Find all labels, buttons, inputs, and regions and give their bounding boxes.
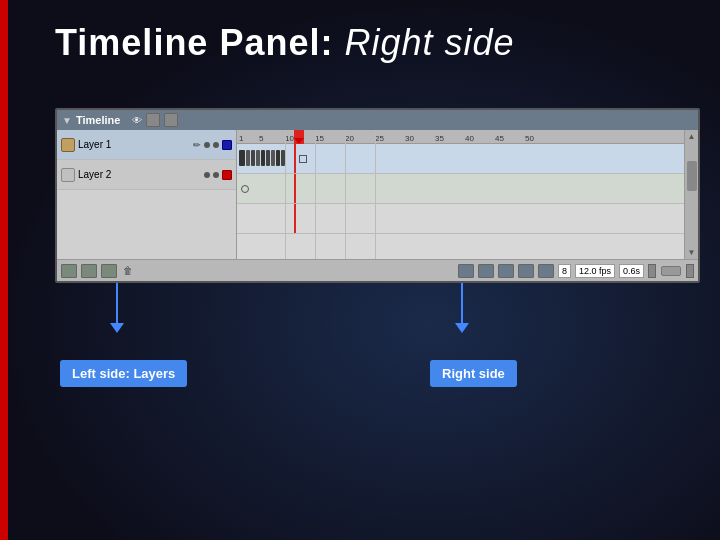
kf-block-3 [251, 150, 255, 166]
layer-2-row[interactable]: Layer 2 [57, 160, 236, 190]
playhead-line-row1 [294, 144, 296, 173]
layers-panel: Layer 1 ✏ Layer 2 [57, 130, 237, 259]
left-label: Left side: Layers [60, 360, 187, 387]
timeline-bottom-bar: 🗑 8 12.0 fps 0.6s [57, 259, 698, 281]
ruler-35: 35 [435, 134, 444, 143]
layer-1-color-box [222, 140, 232, 150]
eye-icon[interactable]: 👁 [132, 115, 142, 126]
ruler-45: 45 [495, 134, 504, 143]
trash-icon[interactable]: 🗑 [123, 265, 133, 276]
timeline-body: Layer 1 ✏ Layer 2 1 5 10 15 [57, 130, 698, 259]
layer-2-icon [61, 168, 75, 182]
layer-1-icon [61, 138, 75, 152]
ruler-15: 15 [315, 134, 324, 143]
kf-block-7 [271, 150, 275, 166]
timeline-panel: ▼ Timeline 👁 Layer 1 ✏ Layer 2 [55, 108, 700, 283]
right-arrow-connector [455, 283, 469, 333]
grid-line-25 [375, 130, 376, 259]
blank-keyframe [299, 155, 307, 163]
grid-line-10 [285, 130, 286, 259]
left-arrow-head [110, 323, 124, 333]
empty-frame-row-3 [237, 204, 684, 234]
frame-number-display: 8 [558, 264, 571, 278]
ruler-10: 10 [285, 134, 294, 143]
title-italic: Right side [344, 22, 514, 63]
grid-line-15 [315, 130, 316, 259]
ruler-25: 25 [375, 134, 384, 143]
layer-2-frames[interactable] [237, 174, 684, 204]
kf-block-1 [239, 150, 245, 166]
ruler-50: 50 [525, 134, 534, 143]
lock-icon[interactable] [146, 113, 160, 127]
keyframe-sequence [239, 150, 285, 166]
play-icon[interactable] [498, 264, 514, 278]
scrollbar-thumb[interactable] [687, 161, 697, 191]
layer-1-name: Layer 1 [78, 139, 190, 150]
collapse-arrow[interactable]: ▼ [62, 115, 72, 126]
scroll-right-arrow[interactable] [686, 264, 694, 278]
layer-2-name: Layer 2 [78, 169, 201, 180]
time-display: 0.6s [619, 264, 644, 278]
move-up-icon[interactable] [101, 264, 117, 278]
pencil-icon[interactable]: ✏ [193, 140, 201, 150]
playhead-line-row2 [294, 174, 296, 203]
frames-panel[interactable]: 1 5 10 15 20 25 30 35 40 45 50 [237, 130, 684, 259]
next-frame-icon[interactable] [518, 264, 534, 278]
scroll-up-arrow[interactable]: ▲ [688, 132, 696, 141]
kf-block-5 [261, 150, 265, 166]
layer-2-vis-dot[interactable] [204, 172, 210, 178]
layer-1-row[interactable]: Layer 1 ✏ [57, 130, 236, 160]
kf-block-8 [276, 150, 280, 166]
vertical-scrollbar[interactable]: ▲ ▼ [684, 130, 698, 259]
kf-block-6 [266, 150, 270, 166]
layer-2-lock-dot[interactable] [213, 172, 219, 178]
left-arrow-connector [110, 283, 124, 333]
grid-line-20 [345, 130, 346, 259]
kf-block-4 [256, 150, 260, 166]
ruler: 1 5 10 15 20 25 30 35 40 45 50 [237, 130, 684, 144]
timeline-title: Timeline [76, 114, 120, 126]
playhead-top-marker [294, 130, 304, 144]
scroll-left-arrow[interactable] [648, 264, 656, 278]
h-scrollbar-thumb[interactable] [661, 266, 681, 276]
playhead-line-row3 [294, 204, 296, 233]
first-frame-icon[interactable] [458, 264, 474, 278]
layer-2-color-box [222, 170, 232, 180]
layer-1-lock-dot[interactable] [213, 142, 219, 148]
add-layer-icon[interactable] [61, 264, 77, 278]
ruler-5: 5 [259, 134, 263, 143]
delete-layer-icon[interactable] [81, 264, 97, 278]
right-arrow-head [455, 323, 469, 333]
left-accent-bar [0, 0, 8, 540]
timeline-header: ▼ Timeline 👁 [57, 110, 698, 130]
prev-frame-icon[interactable] [478, 264, 494, 278]
last-frame-icon[interactable] [538, 264, 554, 278]
layer-1-vis-dot[interactable] [204, 142, 210, 148]
scroll-down-arrow[interactable]: ▼ [688, 248, 696, 257]
fps-display[interactable]: 12.0 fps [575, 264, 615, 278]
empty-keyframe-circle [241, 185, 249, 193]
layer-1-frames[interactable] [237, 144, 684, 174]
title-regular: Timeline Panel: [55, 22, 333, 63]
kf-block-2 [246, 150, 250, 166]
ruler-20: 20 [345, 134, 354, 143]
right-arrow-line [461, 283, 463, 323]
outline-icon[interactable] [164, 113, 178, 127]
page-title: Timeline Panel: Right side [55, 22, 515, 64]
ruler-1: 1 [239, 134, 243, 143]
left-arrow-line [116, 283, 118, 323]
ruler-40: 40 [465, 134, 474, 143]
ruler-30: 30 [405, 134, 414, 143]
right-label: Right side [430, 360, 517, 387]
